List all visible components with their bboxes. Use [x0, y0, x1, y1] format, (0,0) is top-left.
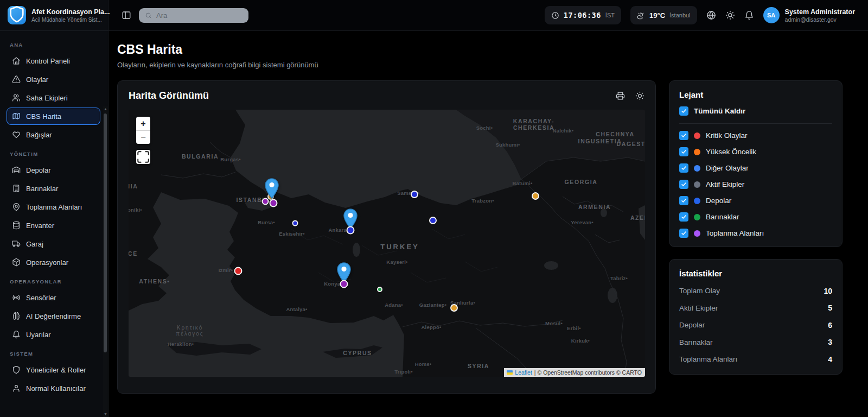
- sidebar-item-olaylar[interactable]: Olaylar: [7, 71, 100, 88]
- legend-item[interactable]: Diğer Olaylar: [679, 163, 832, 173]
- stat-row: Depolar 6: [679, 321, 832, 330]
- sidebar-scrollbar-thumb[interactable]: [104, 113, 107, 352]
- map-card: Harita Görünümü: [117, 80, 656, 394]
- sidebar-item-barinaklar[interactable]: Barınaklar: [7, 180, 100, 197]
- sidebar-item-ai-degerlendirme[interactable]: AI Değerlendirme: [7, 307, 100, 325]
- sidebar-item-envanter[interactable]: Envanter: [7, 217, 100, 234]
- theme-toggle-icon[interactable]: [725, 10, 735, 20]
- weather-widget: 19°C İstanbul: [630, 6, 697, 24]
- sidebar-item-saha-ekipleri[interactable]: Saha Ekipleri: [7, 89, 100, 106]
- stat-label: Depolar: [679, 321, 705, 329]
- shield-icon: [12, 365, 21, 374]
- legend-item[interactable]: Depolar: [679, 196, 832, 205]
- checkbox-checked[interactable]: [679, 131, 688, 140]
- warehouse-icon: [12, 166, 21, 174]
- legend-color-dot: [694, 132, 700, 139]
- stat-label: Toplam Olay: [679, 287, 720, 295]
- high-priority-marker[interactable]: [532, 192, 539, 200]
- legend-item[interactable]: Aktif Ekipler: [679, 180, 832, 189]
- user-email: admin@disaster.gov: [785, 16, 855, 23]
- scroll-down-arrow-icon[interactable]: ▼: [103, 412, 108, 417]
- sidebar-item-label: Garaj: [26, 240, 43, 248]
- critical-incident-marker[interactable]: [234, 267, 242, 275]
- bell-icon: [12, 330, 21, 339]
- right-column: Lejant Tümünü Kaldır Kritik Olaylar Yüks…: [669, 80, 843, 394]
- sidebar-item-normal-kullanicilar[interactable]: Normal Kullanıcılar: [7, 380, 100, 397]
- legend-item-label: Toplanma Alanları: [706, 229, 764, 237]
- sidebar-section-label: SISTEM: [10, 351, 97, 357]
- sidebar-item-sensorler[interactable]: Sensörler: [7, 289, 100, 306]
- search-input[interactable]: [156, 11, 238, 20]
- map-theme-icon[interactable]: [635, 91, 644, 100]
- legend-item-label: Yüksek Öncelik: [706, 148, 756, 156]
- legend-item[interactable]: Toplanma Alanları: [679, 229, 832, 238]
- assembly-area-marker[interactable]: [270, 199, 278, 207]
- sidebar-item-label: Yöneticiler & Roller: [26, 366, 86, 374]
- language-globe-icon[interactable]: [706, 10, 716, 20]
- fullscreen-button[interactable]: [136, 150, 150, 164]
- notifications-bell-icon[interactable]: [744, 10, 754, 20]
- sidebar-item-depolar[interactable]: Depolar: [7, 161, 100, 179]
- sidebar-item-label: Envanter: [26, 222, 54, 230]
- sidebar-item-toplanma-alanlari[interactable]: Toplanma Alanları: [7, 198, 100, 216]
- main-content: CBS Harita Olayların, ekiplerin ve kayna…: [108, 31, 868, 417]
- sidebar-section: OPERASYONLAR Sensörler AI Değerlendirme …: [7, 279, 100, 343]
- checkbox-checked[interactable]: [679, 196, 688, 205]
- sidebar-item-operasyonlar[interactable]: Operasyonlar: [7, 254, 100, 271]
- checkbox-checked[interactable]: [679, 180, 688, 189]
- weather-city: İstanbul: [669, 12, 691, 18]
- legend-toggle-all[interactable]: Tümünü Kaldır: [679, 106, 832, 116]
- statistics-panel: İstatistikler Toplam Olay 10 Aktif Ekipl…: [669, 259, 843, 375]
- scroll-up-arrow-icon[interactable]: ▲: [103, 106, 108, 112]
- checkbox-checked[interactable]: [679, 229, 688, 238]
- legend-color-dot: [694, 230, 700, 237]
- stat-label: Toplanma Alanları: [679, 355, 737, 363]
- checkbox-checked[interactable]: [679, 106, 688, 116]
- cloud-sun-icon: [637, 11, 645, 20]
- user-menu[interactable]: SA System Administrator admin@disaster.g…: [763, 7, 855, 23]
- leaflet-flag-icon: [507, 370, 513, 375]
- sidebar-item-kontrol-paneli[interactable]: Kontrol Paneli: [7, 52, 100, 70]
- location-pin-marker[interactable]: [265, 178, 279, 201]
- leaflet-link[interactable]: Leaflet: [515, 369, 532, 376]
- zoom-in-button[interactable]: +: [136, 117, 150, 130]
- legend-toggle-all-label: Tümünü Kaldır: [694, 107, 745, 115]
- warehouse-marker[interactable]: [292, 220, 298, 226]
- stat-value: 4: [828, 355, 832, 364]
- sidebar-section: SISTEM Yöneticiler & Roller Normal Kulla…: [7, 351, 100, 397]
- sidebar-scrollbar[interactable]: ▲ ▼: [103, 106, 108, 417]
- stat-value: 6: [828, 321, 832, 330]
- legend-item[interactable]: Yüksek Öncelik: [679, 147, 832, 156]
- warehouse-marker[interactable]: [411, 191, 418, 198]
- assembly-area-marker[interactable]: [262, 198, 269, 205]
- sidebar-item-yoneticiler-roller[interactable]: Yöneticiler & Roller: [7, 361, 100, 378]
- shelter-marker[interactable]: [377, 287, 382, 292]
- sidebar-item-label: Toplanma Alanları: [26, 203, 82, 211]
- sidebar-collapse-icon[interactable]: [122, 10, 131, 20]
- sidebar-item-uyarilar[interactable]: Uyarılar: [7, 326, 100, 343]
- sidebar-section-label: ANA: [10, 42, 97, 48]
- high-priority-marker[interactable]: [450, 304, 458, 312]
- stat-row: Aktif Ekipler 5: [679, 304, 832, 312]
- warehouse-marker[interactable]: [429, 217, 437, 224]
- gis-map[interactable]: BULGARIABurgas•ISTANBULloniki•NIACEATHEN…: [129, 110, 645, 377]
- zoom-out-button[interactable]: −: [136, 130, 150, 144]
- print-map-icon[interactable]: [616, 91, 625, 100]
- assembly-area-marker[interactable]: [340, 280, 348, 288]
- search-bar[interactable]: [139, 8, 248, 23]
- map-pin-icon: [12, 203, 21, 211]
- legend-title: Lejant: [679, 90, 832, 99]
- checkbox-checked[interactable]: [679, 212, 688, 222]
- sidebar-item-label: Bağışlar: [26, 131, 52, 139]
- legend-item[interactable]: Kritik Olaylar: [679, 131, 832, 140]
- sidebar-section: YÖNETIM Depolar Barınaklar Toplanma Alan…: [7, 151, 100, 271]
- warehouse-marker[interactable]: [347, 226, 355, 235]
- legend-item[interactable]: Barınaklar: [679, 212, 832, 222]
- sidebar-item-bagislar[interactable]: Bağışlar: [7, 126, 100, 143]
- sidebar-item-garaj[interactable]: Garaj: [7, 235, 100, 252]
- sidebar-item-cbs-harita[interactable]: CBS Harita: [7, 108, 100, 125]
- database-icon: [12, 221, 21, 230]
- checkbox-checked[interactable]: [679, 163, 688, 173]
- checkbox-checked[interactable]: [679, 147, 688, 156]
- avatar[interactable]: SA: [763, 7, 780, 23]
